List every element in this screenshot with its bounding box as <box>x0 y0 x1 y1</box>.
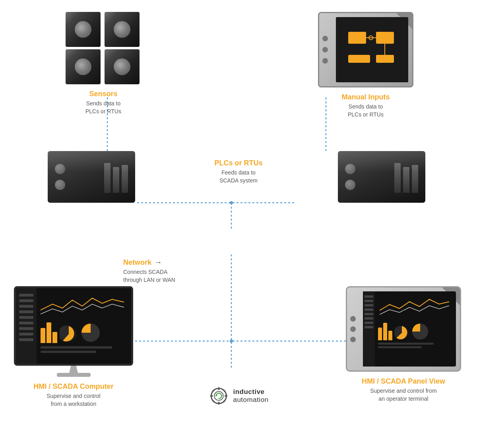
manual-inputs-desc: Sends data to PLCs or RTUs <box>318 103 413 118</box>
panel-pie-1 <box>394 325 409 340</box>
hmi-bar-chart <box>41 321 57 343</box>
hmi-charts-row <box>41 321 127 343</box>
plc-bar-1 <box>104 163 111 193</box>
manual-inputs-frame <box>318 12 413 87</box>
svg-rect-10 <box>348 32 366 44</box>
panel-status-bars <box>378 343 453 348</box>
panel-bar-chart <box>378 321 392 340</box>
plc-circle-1 <box>55 164 65 174</box>
plc-bar-3 <box>122 165 128 193</box>
hmi-pie-1 <box>60 325 78 343</box>
hmi-panel-title: HMI / SCADA Panel View <box>342 377 465 386</box>
svg-point-9 <box>230 339 233 343</box>
panel-line-chart <box>380 295 451 318</box>
hmi-main-content <box>37 288 131 364</box>
hmi-pie-2 <box>80 322 101 343</box>
svg-rect-25 <box>225 395 227 396</box>
hmi-computer-label: HMI / SCADA Computer Supervise and contr… <box>12 382 135 408</box>
hmi-computer-group: HMI / SCADA Computer Supervise and contr… <box>12 286 135 408</box>
svg-rect-22 <box>218 387 219 390</box>
plc-right <box>338 151 425 203</box>
panel-charts-row <box>378 321 453 340</box>
hmi-computer-icon <box>14 286 133 377</box>
plc-circles-left <box>55 164 65 190</box>
network-desc: Connects SCADA through LAN or WAN <box>123 268 175 284</box>
plc-label: PLCs or RTUs Feeds data to SCADA system <box>199 159 278 184</box>
plc-bar-6 <box>412 165 418 193</box>
logo-line2: automation <box>233 396 268 404</box>
sensor-cell-2 <box>105 12 140 47</box>
panel-main-content <box>375 291 456 367</box>
hmi-panel-icon <box>346 286 461 372</box>
hmi-status-bars <box>41 346 127 353</box>
sensors-group: Sensors Sends data to PLCs or RTUs <box>64 12 143 115</box>
sensors-desc: Sends data to PLCs or RTUs <box>64 100 143 115</box>
hmi-line-chart <box>41 292 132 318</box>
manual-inputs-title: Manual Inputs <box>318 93 413 101</box>
hmi-panel-desc: Supervise and control from an operator t… <box>342 387 465 403</box>
manual-inputs-screen <box>336 17 408 82</box>
sensor-circle-4 <box>114 58 130 75</box>
logo-center: inductive automation <box>208 386 268 406</box>
manual-inputs-group: Manual Inputs Sends data to PLCs or RTUs <box>318 12 413 118</box>
sensor-cell-4 <box>105 49 140 84</box>
logo-line1: inductive <box>233 388 268 396</box>
plc-bars-right <box>394 161 418 193</box>
hmi-computer-screen <box>14 286 133 366</box>
sensor-circle-3 <box>75 58 91 75</box>
sensor-circle-1 <box>75 21 91 38</box>
diagram-container: Sensors Sends data to PLCs or RTUs <box>0 0 477 448</box>
panel-side-buttons <box>350 316 356 342</box>
svg-rect-23 <box>218 402 219 405</box>
sensor-cell-3 <box>66 49 101 84</box>
manual-inputs-icon <box>318 12 413 87</box>
plcs-title: PLCs or RTUs <box>199 159 278 167</box>
monitor-base <box>57 373 91 377</box>
manual-inputs-diagram <box>344 28 400 72</box>
logo-text: inductive automation <box>233 388 268 404</box>
hmi-panel-group: HMI / SCADA Panel View Supervise and con… <box>342 286 465 403</box>
network-arrow: → <box>155 258 162 267</box>
sensors-label: Sensors Sends data to PLCs or RTUs <box>64 90 143 115</box>
network-label: Network → Connects SCADA through LAN or … <box>123 258 175 284</box>
sensor-cell-1 <box>66 12 101 47</box>
plc-circle-3 <box>345 164 355 174</box>
plcs-desc: Feeds data to SCADA system <box>199 169 278 184</box>
svg-rect-24 <box>210 395 213 396</box>
plc-left <box>48 151 135 203</box>
panel-strip <box>363 291 375 367</box>
hmi-computer-desc: Supervise and control from a workstation <box>12 392 135 408</box>
hmi-computer-title: HMI / SCADA Computer <box>12 382 135 391</box>
plc-circle-2 <box>55 180 65 190</box>
panel-screen <box>363 291 456 367</box>
plc-box-right <box>338 151 425 203</box>
network-title: Network <box>123 258 151 267</box>
svg-rect-13 <box>348 55 370 63</box>
plc-circle-4 <box>345 180 355 190</box>
plc-bar-4 <box>394 163 401 193</box>
sensors-title: Sensors <box>64 90 143 98</box>
plc-box-left <box>48 151 135 203</box>
manual-inputs-label: Manual Inputs Sends data to PLCs or RTUs <box>318 93 413 118</box>
plc-bar-2 <box>113 167 119 193</box>
inductive-automation-logo-icon <box>208 386 229 406</box>
svg-rect-12 <box>376 55 394 63</box>
sensor-circle-2 <box>114 21 130 38</box>
sensor-grid <box>66 12 141 84</box>
svg-point-8 <box>230 201 233 204</box>
plc-circles-right <box>345 164 355 190</box>
hmi-panel-label: HMI / SCADA Panel View Supervise and con… <box>342 377 465 403</box>
manual-inputs-buttons <box>322 36 328 64</box>
svg-rect-11 <box>376 32 394 44</box>
monitor-stand <box>69 366 78 373</box>
panel-pie-2 <box>411 323 429 340</box>
plc-bars-left <box>104 161 128 193</box>
hmi-left-sidebar <box>16 288 37 364</box>
plc-bar-5 <box>403 167 409 193</box>
